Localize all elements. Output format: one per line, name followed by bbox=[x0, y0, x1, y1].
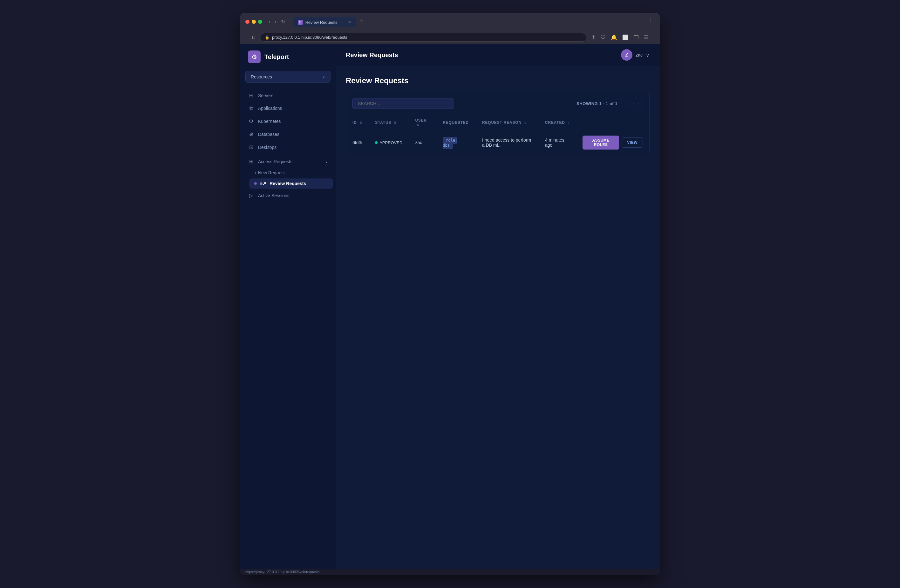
browser-controls: ‹ › ↻ ⚙ Review Requests ✕ + ⋮ bbox=[245, 16, 655, 27]
sidebar-item-label-kubernetes: Kubernetes bbox=[258, 119, 281, 124]
sidebar-logo: ⚙ Teleport bbox=[240, 51, 335, 71]
kubernetes-icon: ⚙ bbox=[248, 118, 254, 124]
cell-reason: I need access to perform a DB mi... bbox=[476, 131, 538, 154]
cell-user: zac bbox=[409, 131, 436, 154]
reload-button[interactable]: ↻ bbox=[280, 18, 286, 25]
review-requests-label: Review Requests bbox=[270, 181, 306, 186]
window-controls-button[interactable]: ⋮ bbox=[647, 16, 655, 25]
sidebar-item-databases[interactable]: ⊕ Databases bbox=[243, 128, 333, 140]
col-status[interactable]: STATUS ⇅ bbox=[369, 114, 409, 131]
top-bar: Review Requests Z zac ∨ bbox=[335, 44, 660, 66]
sidebar-item-active-sessions[interactable]: ▷ Active Sessions bbox=[243, 189, 333, 202]
sort-reason-icon: ⇅ bbox=[524, 121, 527, 124]
requests-table-container: SHOWING 1 - 1 of 1 ‹ › ID bbox=[346, 93, 650, 154]
sidebar-item-new-request[interactable]: + New Request bbox=[249, 168, 333, 178]
share-button[interactable]: ⬆ bbox=[590, 33, 597, 42]
requests-table: ID ⇅ STATUS ⇅ USER ⇅ bbox=[346, 114, 649, 154]
table-body: 6fdf5 APPROVED zac role: dba bbox=[346, 131, 649, 154]
sidebar-item-label-databases: Databases bbox=[258, 132, 279, 137]
content-area: Review Requests SHOWING 1 - 1 of 1 ‹ › bbox=[335, 66, 660, 569]
extensions-button[interactable]: 🔔 bbox=[610, 33, 618, 42]
forward-button[interactable]: › bbox=[273, 18, 278, 25]
table-actions: ASSUME ROLES VIEW bbox=[582, 136, 643, 150]
prev-page-button[interactable]: ‹ bbox=[621, 99, 631, 108]
resources-label: Resources bbox=[251, 74, 272, 79]
pagination-controls: ‹ › bbox=[621, 99, 643, 108]
app-container: ⚙ Teleport Resources ∨ ⊟ Servers ⧉ Appli… bbox=[240, 44, 660, 569]
active-tab[interactable]: ⚙ Review Requests ✕ bbox=[293, 17, 356, 27]
back-button[interactable]: ‹ bbox=[267, 18, 272, 25]
sidebar-nav: ⊟ Servers ⧉ Applications ⚙ Kubernetes ⊕ … bbox=[240, 89, 335, 202]
col-actions bbox=[576, 114, 649, 131]
view-button[interactable]: VIEW bbox=[622, 138, 643, 148]
table-toolbar: SHOWING 1 - 1 of 1 ‹ › bbox=[346, 93, 649, 114]
browser-window: ‹ › ↻ ⚙ Review Requests ✕ + ⋮ ⊔ 🔒 proxy.… bbox=[240, 13, 660, 575]
user-menu-chevron-icon: ∨ bbox=[646, 52, 650, 58]
chevron-down-icon: ∨ bbox=[322, 74, 325, 79]
review-requests-nav-icon: ≡↗ bbox=[260, 181, 266, 186]
status-bar: https://proxy.127.0.0.1.nip.io:3080/web/… bbox=[240, 569, 660, 575]
status-text: APPROVED bbox=[379, 140, 402, 145]
menu-button[interactable]: ☰ bbox=[642, 33, 650, 42]
desktops-icon: ⊡ bbox=[248, 144, 254, 150]
sidebar-item-label-applications: Applications bbox=[258, 106, 282, 111]
active-sessions-icon: ▷ bbox=[248, 192, 254, 198]
user-menu[interactable]: Z zac ∨ bbox=[621, 49, 650, 60]
logo-icon: ⚙ bbox=[248, 51, 261, 63]
cell-status: APPROVED bbox=[369, 131, 409, 154]
status-dot bbox=[375, 141, 377, 144]
sidebar-toggle-button[interactable]: ⬜ bbox=[621, 33, 630, 42]
sort-user-icon: ⇅ bbox=[416, 123, 419, 127]
cell-created: 4 minutes ago bbox=[538, 131, 576, 154]
col-user[interactable]: USER ⇅ bbox=[409, 114, 436, 131]
tab-favicon: ⚙ bbox=[298, 20, 303, 25]
role-badge: role: dba bbox=[443, 137, 457, 149]
col-id[interactable]: ID ⇅ bbox=[346, 114, 369, 131]
sidebar-item-desktops[interactable]: ⊡ Desktops bbox=[243, 141, 333, 153]
sidebar-item-servers[interactable]: ⊟ Servers bbox=[243, 89, 333, 102]
minimize-button[interactable] bbox=[252, 20, 256, 24]
access-requests-chevron-icon: ∨ bbox=[325, 159, 328, 164]
logo-text: Teleport bbox=[264, 53, 289, 60]
status-url: https://proxy.127.0.0.1.nip.io:3080/web/… bbox=[245, 570, 320, 574]
access-requests-header[interactable]: ⊞ Access Requests ∨ bbox=[243, 155, 333, 168]
new-tab-button[interactable]: + bbox=[357, 16, 366, 26]
bookmark-button[interactable]: ⊔ bbox=[250, 33, 257, 42]
lock-icon: 🔒 bbox=[265, 35, 270, 40]
table-row: 6fdf5 APPROVED zac role: dba bbox=[346, 131, 649, 154]
profiles-button[interactable]: 🗔 bbox=[632, 33, 640, 42]
sidebar-item-kubernetes[interactable]: ⚙ Kubernetes bbox=[243, 115, 333, 127]
tab-title: Review Requests bbox=[306, 20, 346, 25]
close-button[interactable] bbox=[245, 20, 250, 24]
servers-icon: ⊟ bbox=[248, 92, 254, 98]
sort-created-icon: ↓ bbox=[568, 121, 569, 124]
tab-close-button[interactable]: ✕ bbox=[348, 20, 351, 25]
traffic-lights bbox=[245, 20, 262, 24]
toolbar-right: SHOWING 1 - 1 of 1 ‹ › bbox=[576, 99, 643, 108]
browser-tabs: ⚙ Review Requests ✕ + bbox=[293, 16, 366, 27]
access-requests-section: ⊞ Access Requests ∨ + New Request ≡↗ Rev… bbox=[243, 155, 333, 189]
showing-count: SHOWING 1 - 1 of 1 bbox=[576, 101, 618, 106]
user-name: zac bbox=[636, 53, 642, 57]
cell-id: 6fdf5 bbox=[346, 131, 369, 154]
databases-icon: ⊕ bbox=[248, 131, 254, 137]
assume-roles-button[interactable]: ASSUME ROLES bbox=[582, 136, 619, 150]
shield-button[interactable]: 🛡 bbox=[599, 33, 607, 42]
sidebar-item-review-requests[interactable]: ≡↗ Review Requests bbox=[249, 178, 333, 189]
content-title: Review Requests bbox=[346, 76, 650, 85]
sidebar-item-applications[interactable]: ⧉ Applications bbox=[243, 102, 333, 114]
sort-id-icon: ⇅ bbox=[359, 121, 362, 124]
col-created[interactable]: CREATED ↓ bbox=[538, 114, 576, 131]
access-requests-sub-items: + New Request ≡↗ Review Requests bbox=[249, 168, 333, 189]
maximize-button[interactable] bbox=[258, 20, 262, 24]
sort-status-icon: ⇅ bbox=[394, 121, 397, 124]
cell-actions: ASSUME ROLES VIEW bbox=[576, 131, 649, 154]
resources-dropdown[interactable]: Resources ∨ bbox=[245, 71, 331, 83]
search-input[interactable] bbox=[352, 98, 454, 109]
browser-nav-buttons: ‹ › ↻ bbox=[267, 18, 286, 25]
access-requests-icon: ⊞ bbox=[248, 158, 254, 164]
url-text: proxy.127.0.0.1.nip.io:3080/web/requests bbox=[272, 35, 348, 40]
next-page-button[interactable]: › bbox=[633, 99, 643, 108]
url-bar[interactable]: 🔒 proxy.127.0.0.1.nip.io:3080/web/reques… bbox=[260, 33, 587, 42]
col-request-reason[interactable]: REQUEST REASON ⇅ bbox=[476, 114, 538, 131]
